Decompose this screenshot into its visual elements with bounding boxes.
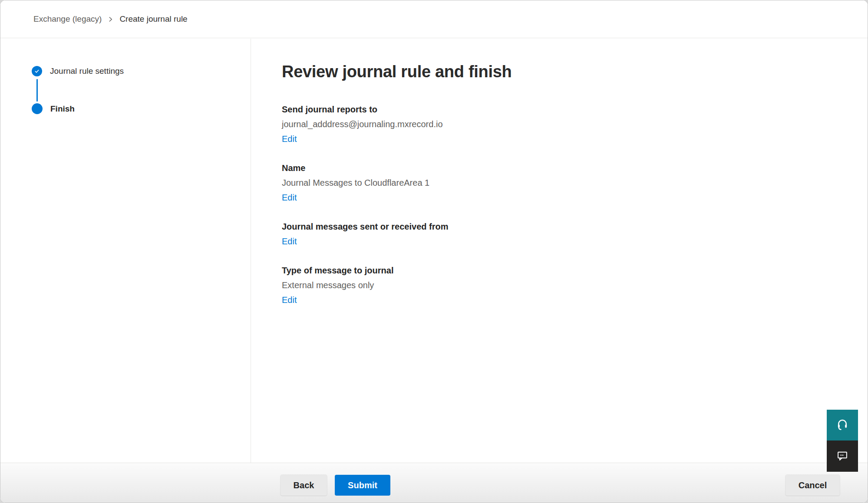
breadcrumb-current-page: Create journal rule [119,14,187,24]
page-title: Review journal rule and finish [282,62,512,81]
review-sections: Send journal reports to journal_adddress… [282,104,673,323]
section-send-journal-reports-to: Send journal reports to journal_adddress… [282,104,673,145]
cancel-button[interactable]: Cancel [785,475,840,496]
section-label: Name [282,162,673,174]
submit-button[interactable]: Submit [335,475,390,496]
feedback-bubble-icon [836,450,848,463]
section-journal-messages-sent-or-received: Journal messages sent or received from E… [282,221,673,247]
section-value: Journal Messages to CloudflareArea 1 [282,177,673,189]
edit-name-link[interactable]: Edit [282,192,297,204]
wizard-step-finish[interactable]: Finish [32,103,75,114]
breadcrumb-link-exchange-legacy[interactable]: Exchange (legacy) [33,14,102,24]
step-completed-check-icon [32,66,42,76]
section-label: Journal messages sent or received from [282,221,673,233]
edit-type-of-message-link[interactable]: Edit [282,294,297,306]
wizard-steps-panel: Journal rule settings Finish [0,39,251,464]
breadcrumb-bar: Exchange (legacy) Create journal rule [0,0,868,38]
edit-send-journal-reports-link[interactable]: Edit [282,133,297,145]
step-connector-line [36,79,38,102]
wizard-step-label: Finish [50,103,75,114]
section-value: journal_adddress@journaling.mxrecord.io [282,118,673,130]
section-label: Type of message to journal [282,265,673,276]
wizard-step-label: Journal rule settings [50,66,124,76]
section-type-of-message: Type of message to journal External mess… [282,265,673,306]
wizard-footer: Back Submit Cancel [0,463,868,503]
section-value: External messages only [282,279,673,291]
step-current-circle-icon [32,103,43,114]
help-button[interactable] [827,410,858,441]
app-window: Exchange (legacy) Create journal rule Jo… [0,0,868,503]
back-button[interactable]: Back [281,475,327,496]
edit-journal-messages-link[interactable]: Edit [282,236,297,247]
headset-icon [836,418,849,432]
wizard-step-journal-rule-settings[interactable]: Journal rule settings [32,66,124,76]
breadcrumb: Exchange (legacy) Create journal rule [33,14,188,24]
feedback-button[interactable] [827,441,858,472]
floating-button-stack [827,410,858,472]
section-label: Send journal reports to [282,104,673,115]
chevron-right-icon [108,16,113,22]
section-name: Name Journal Messages to CloudflareArea … [282,162,673,204]
